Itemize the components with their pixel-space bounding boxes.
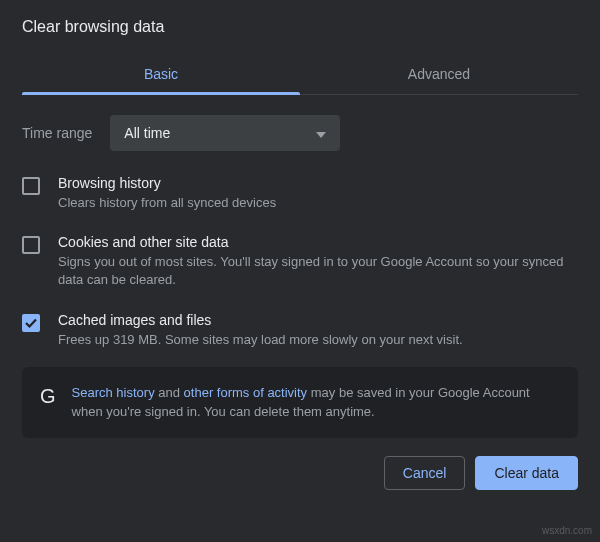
info-mid1: and [155,385,184,400]
clear-browsing-data-dialog: Clear browsing data Basic Advanced Time … [0,0,600,504]
cancel-button[interactable]: Cancel [384,456,466,490]
tabs: Basic Advanced [22,54,578,95]
button-row: Cancel Clear data [22,456,578,490]
checkbox-browsing-history[interactable] [22,177,40,195]
option-desc: Signs you out of most sites. You'll stay… [58,253,578,289]
time-range-label: Time range [22,125,92,141]
option-cookies: Cookies and other site data Signs you ou… [22,234,578,289]
google-icon: G [40,385,56,408]
option-title: Cookies and other site data [58,234,578,250]
option-text: Browsing history Clears history from all… [58,175,578,212]
checkbox-cached[interactable] [22,314,40,332]
tab-basic[interactable]: Basic [22,54,300,94]
options-list: Browsing history Clears history from all… [22,175,578,349]
option-title: Cached images and files [58,312,578,328]
chevron-down-icon [316,125,326,141]
google-account-info: G Search history and other forms of acti… [22,367,578,438]
tab-advanced[interactable]: Advanced [300,54,578,94]
option-text: Cookies and other site data Signs you ou… [58,234,578,289]
clear-data-button[interactable]: Clear data [475,456,578,490]
option-cached: Cached images and files Frees up 319 MB.… [22,312,578,349]
option-browsing-history: Browsing history Clears history from all… [22,175,578,212]
time-range-select[interactable]: All time [110,115,340,151]
info-text: Search history and other forms of activi… [72,383,560,422]
dialog-title: Clear browsing data [22,18,578,36]
checkbox-cookies[interactable] [22,236,40,254]
option-text: Cached images and files Frees up 319 MB.… [58,312,578,349]
option-title: Browsing history [58,175,578,191]
option-desc: Frees up 319 MB. Some sites may load mor… [58,331,578,349]
time-range-value: All time [124,125,170,141]
time-range-row: Time range All time [22,115,578,151]
watermark: wsxdn.com [542,525,592,536]
option-desc: Clears history from all synced devices [58,194,578,212]
link-other-activity[interactable]: other forms of activity [184,385,308,400]
link-search-history[interactable]: Search history [72,385,155,400]
